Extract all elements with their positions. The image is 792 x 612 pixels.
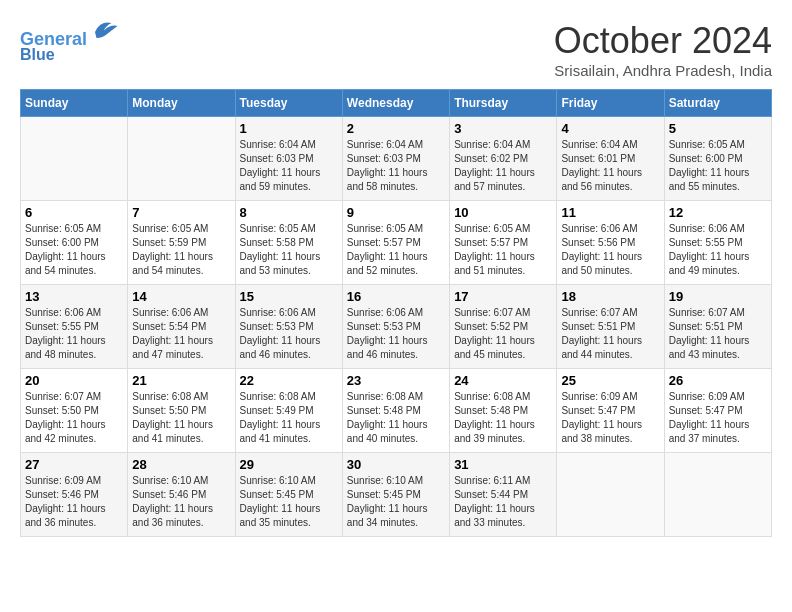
cell-info: Sunrise: 6:06 AMSunset: 5:53 PMDaylight:… <box>240 306 338 362</box>
cell-info: Sunrise: 6:07 AMSunset: 5:51 PMDaylight:… <box>669 306 767 362</box>
day-number: 10 <box>454 205 552 220</box>
calendar-cell: 12Sunrise: 6:06 AMSunset: 5:55 PMDayligh… <box>664 201 771 285</box>
cell-info: Sunrise: 6:06 AMSunset: 5:55 PMDaylight:… <box>25 306 123 362</box>
calendar-cell: 3Sunrise: 6:04 AMSunset: 6:02 PMDaylight… <box>450 117 557 201</box>
calendar-cell: 9Sunrise: 6:05 AMSunset: 5:57 PMDaylight… <box>342 201 449 285</box>
day-number: 13 <box>25 289 123 304</box>
cell-info: Sunrise: 6:05 AMSunset: 6:00 PMDaylight:… <box>669 138 767 194</box>
logo: General Blue <box>20 20 119 63</box>
calendar-cell: 31Sunrise: 6:11 AMSunset: 5:44 PMDayligh… <box>450 453 557 537</box>
day-number: 28 <box>132 457 230 472</box>
calendar-cell: 2Sunrise: 6:04 AMSunset: 6:03 PMDaylight… <box>342 117 449 201</box>
day-number: 23 <box>347 373 445 388</box>
calendar-cell: 27Sunrise: 6:09 AMSunset: 5:46 PMDayligh… <box>21 453 128 537</box>
day-number: 6 <box>25 205 123 220</box>
calendar-cell: 24Sunrise: 6:08 AMSunset: 5:48 PMDayligh… <box>450 369 557 453</box>
calendar-cell: 7Sunrise: 6:05 AMSunset: 5:59 PMDaylight… <box>128 201 235 285</box>
calendar-cell: 17Sunrise: 6:07 AMSunset: 5:52 PMDayligh… <box>450 285 557 369</box>
calendar-cell: 16Sunrise: 6:06 AMSunset: 5:53 PMDayligh… <box>342 285 449 369</box>
calendar-cell: 5Sunrise: 6:05 AMSunset: 6:00 PMDaylight… <box>664 117 771 201</box>
calendar-table: SundayMondayTuesdayWednesdayThursdayFrid… <box>20 89 772 537</box>
day-number: 2 <box>347 121 445 136</box>
calendar-cell: 21Sunrise: 6:08 AMSunset: 5:50 PMDayligh… <box>128 369 235 453</box>
cell-info: Sunrise: 6:06 AMSunset: 5:55 PMDaylight:… <box>669 222 767 278</box>
day-number: 27 <box>25 457 123 472</box>
cell-info: Sunrise: 6:09 AMSunset: 5:46 PMDaylight:… <box>25 474 123 530</box>
day-number: 15 <box>240 289 338 304</box>
calendar-cell: 10Sunrise: 6:05 AMSunset: 5:57 PMDayligh… <box>450 201 557 285</box>
cell-info: Sunrise: 6:08 AMSunset: 5:50 PMDaylight:… <box>132 390 230 446</box>
weekday-header-thursday: Thursday <box>450 90 557 117</box>
cell-info: Sunrise: 6:04 AMSunset: 6:03 PMDaylight:… <box>240 138 338 194</box>
weekday-header-tuesday: Tuesday <box>235 90 342 117</box>
cell-info: Sunrise: 6:10 AMSunset: 5:46 PMDaylight:… <box>132 474 230 530</box>
day-number: 20 <box>25 373 123 388</box>
month-title: October 2024 <box>554 20 772 62</box>
calendar-week-row: 6Sunrise: 6:05 AMSunset: 6:00 PMDaylight… <box>21 201 772 285</box>
cell-info: Sunrise: 6:07 AMSunset: 5:52 PMDaylight:… <box>454 306 552 362</box>
day-number: 16 <box>347 289 445 304</box>
calendar-week-row: 27Sunrise: 6:09 AMSunset: 5:46 PMDayligh… <box>21 453 772 537</box>
cell-info: Sunrise: 6:09 AMSunset: 5:47 PMDaylight:… <box>561 390 659 446</box>
cell-info: Sunrise: 6:04 AMSunset: 6:03 PMDaylight:… <box>347 138 445 194</box>
calendar-cell: 25Sunrise: 6:09 AMSunset: 5:47 PMDayligh… <box>557 369 664 453</box>
day-number: 11 <box>561 205 659 220</box>
calendar-cell: 13Sunrise: 6:06 AMSunset: 5:55 PMDayligh… <box>21 285 128 369</box>
cell-info: Sunrise: 6:06 AMSunset: 5:56 PMDaylight:… <box>561 222 659 278</box>
day-number: 22 <box>240 373 338 388</box>
cell-info: Sunrise: 6:11 AMSunset: 5:44 PMDaylight:… <box>454 474 552 530</box>
day-number: 5 <box>669 121 767 136</box>
calendar-week-row: 20Sunrise: 6:07 AMSunset: 5:50 PMDayligh… <box>21 369 772 453</box>
day-number: 26 <box>669 373 767 388</box>
calendar-cell: 15Sunrise: 6:06 AMSunset: 5:53 PMDayligh… <box>235 285 342 369</box>
day-number: 24 <box>454 373 552 388</box>
cell-info: Sunrise: 6:05 AMSunset: 5:58 PMDaylight:… <box>240 222 338 278</box>
weekday-header-wednesday: Wednesday <box>342 90 449 117</box>
weekday-header-friday: Friday <box>557 90 664 117</box>
day-number: 14 <box>132 289 230 304</box>
calendar-cell <box>21 117 128 201</box>
calendar-cell: 19Sunrise: 6:07 AMSunset: 5:51 PMDayligh… <box>664 285 771 369</box>
weekday-header-sunday: Sunday <box>21 90 128 117</box>
cell-info: Sunrise: 6:05 AMSunset: 5:57 PMDaylight:… <box>454 222 552 278</box>
calendar-cell: 28Sunrise: 6:10 AMSunset: 5:46 PMDayligh… <box>128 453 235 537</box>
cell-info: Sunrise: 6:10 AMSunset: 5:45 PMDaylight:… <box>240 474 338 530</box>
weekday-header-row: SundayMondayTuesdayWednesdayThursdayFrid… <box>21 90 772 117</box>
page-header: General Blue October 2024 Srisailain, An… <box>20 20 772 79</box>
weekday-header-saturday: Saturday <box>664 90 771 117</box>
calendar-cell: 1Sunrise: 6:04 AMSunset: 6:03 PMDaylight… <box>235 117 342 201</box>
calendar-cell: 14Sunrise: 6:06 AMSunset: 5:54 PMDayligh… <box>128 285 235 369</box>
calendar-week-row: 13Sunrise: 6:06 AMSunset: 5:55 PMDayligh… <box>21 285 772 369</box>
day-number: 30 <box>347 457 445 472</box>
cell-info: Sunrise: 6:09 AMSunset: 5:47 PMDaylight:… <box>669 390 767 446</box>
calendar-cell: 30Sunrise: 6:10 AMSunset: 5:45 PMDayligh… <box>342 453 449 537</box>
calendar-cell: 29Sunrise: 6:10 AMSunset: 5:45 PMDayligh… <box>235 453 342 537</box>
day-number: 3 <box>454 121 552 136</box>
day-number: 4 <box>561 121 659 136</box>
calendar-cell: 18Sunrise: 6:07 AMSunset: 5:51 PMDayligh… <box>557 285 664 369</box>
calendar-cell: 22Sunrise: 6:08 AMSunset: 5:49 PMDayligh… <box>235 369 342 453</box>
cell-info: Sunrise: 6:04 AMSunset: 6:01 PMDaylight:… <box>561 138 659 194</box>
day-number: 9 <box>347 205 445 220</box>
cell-info: Sunrise: 6:07 AMSunset: 5:51 PMDaylight:… <box>561 306 659 362</box>
cell-info: Sunrise: 6:05 AMSunset: 5:57 PMDaylight:… <box>347 222 445 278</box>
calendar-cell <box>664 453 771 537</box>
calendar-cell: 4Sunrise: 6:04 AMSunset: 6:01 PMDaylight… <box>557 117 664 201</box>
day-number: 29 <box>240 457 338 472</box>
day-number: 25 <box>561 373 659 388</box>
day-number: 12 <box>669 205 767 220</box>
day-number: 31 <box>454 457 552 472</box>
cell-info: Sunrise: 6:08 AMSunset: 5:48 PMDaylight:… <box>347 390 445 446</box>
cell-info: Sunrise: 6:06 AMSunset: 5:54 PMDaylight:… <box>132 306 230 362</box>
calendar-cell: 6Sunrise: 6:05 AMSunset: 6:00 PMDaylight… <box>21 201 128 285</box>
calendar-cell: 26Sunrise: 6:09 AMSunset: 5:47 PMDayligh… <box>664 369 771 453</box>
day-number: 8 <box>240 205 338 220</box>
calendar-cell: 20Sunrise: 6:07 AMSunset: 5:50 PMDayligh… <box>21 369 128 453</box>
title-area: October 2024 Srisailain, Andhra Pradesh,… <box>554 20 772 79</box>
calendar-cell: 23Sunrise: 6:08 AMSunset: 5:48 PMDayligh… <box>342 369 449 453</box>
cell-info: Sunrise: 6:08 AMSunset: 5:49 PMDaylight:… <box>240 390 338 446</box>
day-number: 19 <box>669 289 767 304</box>
calendar-cell <box>128 117 235 201</box>
weekday-header-monday: Monday <box>128 90 235 117</box>
cell-info: Sunrise: 6:05 AMSunset: 5:59 PMDaylight:… <box>132 222 230 278</box>
